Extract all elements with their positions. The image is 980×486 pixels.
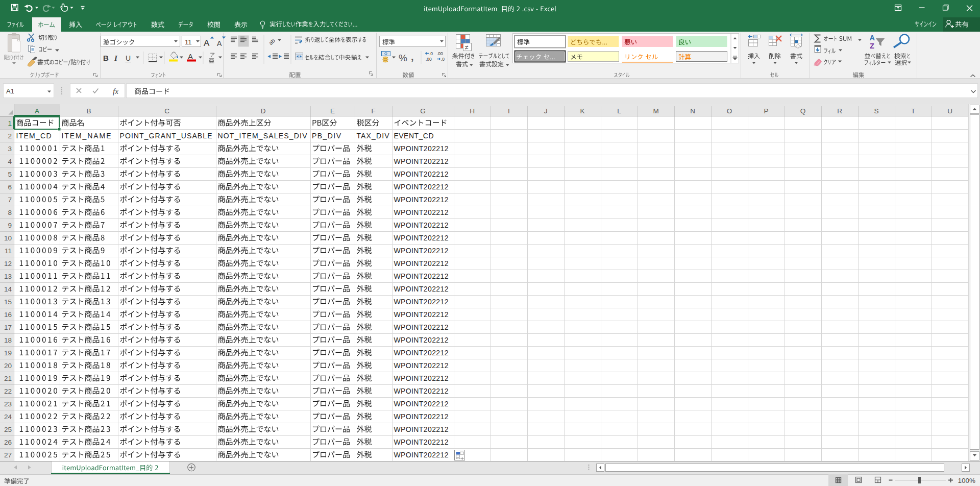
svg-text:T: T bbox=[911, 107, 915, 115]
svg-text:D: D bbox=[261, 107, 266, 115]
svg-text:WPOINT202212: WPOINT202212 bbox=[394, 272, 449, 280]
svg-text:O: O bbox=[727, 107, 732, 115]
svg-text:NOT_ITEM_SALES_DIV: NOT_ITEM_SALES_DIV bbox=[218, 132, 308, 140]
svg-text:21: 21 bbox=[4, 375, 12, 382]
svg-text:WPOINT202212: WPOINT202212 bbox=[394, 323, 449, 331]
svg-text:A: A bbox=[870, 34, 875, 42]
svg-text:ITEM_CD: ITEM_CD bbox=[16, 132, 52, 140]
svg-text:.0: .0 bbox=[441, 57, 445, 62]
svg-text:ITEM_NAME: ITEM_NAME bbox=[62, 132, 111, 140]
svg-text:A: A bbox=[35, 107, 39, 115]
svg-text:F: F bbox=[371, 107, 375, 115]
svg-text:25: 25 bbox=[4, 426, 12, 433]
svg-text:27: 27 bbox=[4, 451, 12, 459]
svg-text:WPOINT202212: WPOINT202212 bbox=[394, 285, 449, 293]
svg-text:R: R bbox=[837, 107, 842, 115]
svg-text:A: A bbox=[217, 39, 222, 47]
svg-text:12: 12 bbox=[4, 260, 12, 268]
svg-text:WPOINT202212: WPOINT202212 bbox=[394, 247, 449, 255]
svg-text:TAX_DIV: TAX_DIV bbox=[357, 132, 390, 140]
svg-text:1: 1 bbox=[8, 119, 12, 127]
svg-text:17: 17 bbox=[4, 324, 12, 331]
svg-text:fx: fx bbox=[113, 87, 118, 95]
svg-text:WPOINT202212: WPOINT202212 bbox=[394, 438, 449, 446]
svg-text:E: E bbox=[330, 107, 335, 115]
svg-text:WPOINT202212: WPOINT202212 bbox=[394, 183, 449, 191]
svg-text:L: L bbox=[617, 107, 621, 115]
svg-text:WPOINT202212: WPOINT202212 bbox=[394, 387, 449, 395]
svg-text:WPOINT202212: WPOINT202212 bbox=[394, 336, 449, 344]
svg-text:.00: .00 bbox=[426, 57, 432, 62]
svg-text:I: I bbox=[114, 54, 118, 62]
svg-text:POINT_GRANT_USABLE: POINT_GRANT_USABLE bbox=[120, 132, 212, 140]
svg-text:,: , bbox=[411, 51, 414, 62]
svg-text:≠: ≠ bbox=[465, 44, 469, 51]
svg-text:A1: A1 bbox=[6, 87, 14, 95]
svg-text:WPOINT202212: WPOINT202212 bbox=[394, 451, 449, 459]
svg-text:A: A bbox=[204, 38, 210, 48]
svg-text:16: 16 bbox=[4, 311, 12, 319]
svg-text:10: 10 bbox=[4, 234, 12, 242]
svg-text:11: 11 bbox=[5, 247, 12, 255]
svg-text:5: 5 bbox=[8, 171, 12, 178]
svg-text:%: % bbox=[399, 53, 407, 63]
svg-text:6: 6 bbox=[8, 183, 12, 191]
svg-text:.00: .00 bbox=[437, 51, 443, 56]
svg-text:K: K bbox=[580, 107, 584, 115]
svg-text:WPOINT202212: WPOINT202212 bbox=[394, 361, 449, 370]
svg-text:WPOINT202212: WPOINT202212 bbox=[394, 298, 449, 306]
svg-text:15: 15 bbox=[4, 298, 12, 306]
svg-text:WPOINT202212: WPOINT202212 bbox=[394, 234, 449, 242]
svg-text:WPOINT202212: WPOINT202212 bbox=[394, 374, 449, 382]
svg-text:19: 19 bbox=[4, 349, 12, 357]
svg-text:18: 18 bbox=[4, 336, 12, 344]
svg-text:7: 7 bbox=[8, 196, 12, 204]
svg-text:I: I bbox=[508, 107, 510, 115]
svg-text:WPOINT202212: WPOINT202212 bbox=[394, 425, 449, 433]
svg-text:N: N bbox=[690, 107, 695, 115]
svg-text:100%: 100% bbox=[958, 477, 975, 484]
svg-text:WPOINT202212: WPOINT202212 bbox=[394, 259, 449, 268]
svg-text:WPOINT202212: WPOINT202212 bbox=[394, 400, 449, 408]
svg-text:S: S bbox=[874, 107, 878, 115]
svg-text:B: B bbox=[103, 54, 109, 62]
svg-text:WPOINT202212: WPOINT202212 bbox=[394, 412, 449, 421]
svg-text:G: G bbox=[420, 107, 426, 115]
svg-text:23: 23 bbox=[4, 400, 12, 408]
svg-text:4: 4 bbox=[8, 158, 12, 165]
svg-text:PB_DIV: PB_DIV bbox=[312, 132, 341, 140]
svg-text:WPOINT202212: WPOINT202212 bbox=[394, 310, 449, 319]
svg-text:14: 14 bbox=[4, 285, 12, 293]
svg-text:WPOINT202212: WPOINT202212 bbox=[394, 221, 449, 229]
svg-text:WPOINT202212: WPOINT202212 bbox=[394, 170, 449, 178]
svg-text:ab: ab bbox=[267, 37, 276, 46]
svg-text:8: 8 bbox=[8, 209, 12, 216]
svg-text:WPOINT202212: WPOINT202212 bbox=[394, 208, 449, 216]
svg-text:Q: Q bbox=[800, 107, 806, 115]
svg-text:22: 22 bbox=[4, 387, 12, 395]
svg-text:20: 20 bbox=[4, 362, 12, 370]
svg-text:3: 3 bbox=[8, 145, 12, 153]
svg-text:B: B bbox=[86, 107, 91, 115]
svg-text:11: 11 bbox=[185, 38, 192, 46]
svg-text:2: 2 bbox=[8, 132, 12, 140]
svg-text:Z: Z bbox=[870, 42, 874, 50]
svg-text:J: J bbox=[544, 107, 548, 115]
svg-text:26: 26 bbox=[4, 439, 12, 446]
svg-text:9: 9 bbox=[8, 222, 12, 229]
svg-text:WPOINT202212: WPOINT202212 bbox=[394, 157, 449, 165]
svg-text:13: 13 bbox=[4, 273, 12, 280]
svg-text:A: A bbox=[188, 52, 193, 61]
svg-text:EVENT_CD: EVENT_CD bbox=[394, 132, 434, 140]
svg-text:.0: .0 bbox=[429, 51, 433, 56]
svg-text:M: M bbox=[653, 107, 658, 115]
svg-text:P: P bbox=[764, 107, 768, 115]
svg-text:WPOINT202212: WPOINT202212 bbox=[394, 196, 449, 204]
svg-text:U: U bbox=[126, 54, 131, 62]
svg-text:WPOINT202212: WPOINT202212 bbox=[394, 144, 449, 153]
svg-text:24: 24 bbox=[4, 413, 12, 421]
svg-text:C: C bbox=[164, 107, 169, 115]
svg-text:H: H bbox=[470, 107, 475, 115]
svg-text:WPOINT202212: WPOINT202212 bbox=[394, 349, 449, 357]
svg-text:U: U bbox=[947, 107, 952, 115]
